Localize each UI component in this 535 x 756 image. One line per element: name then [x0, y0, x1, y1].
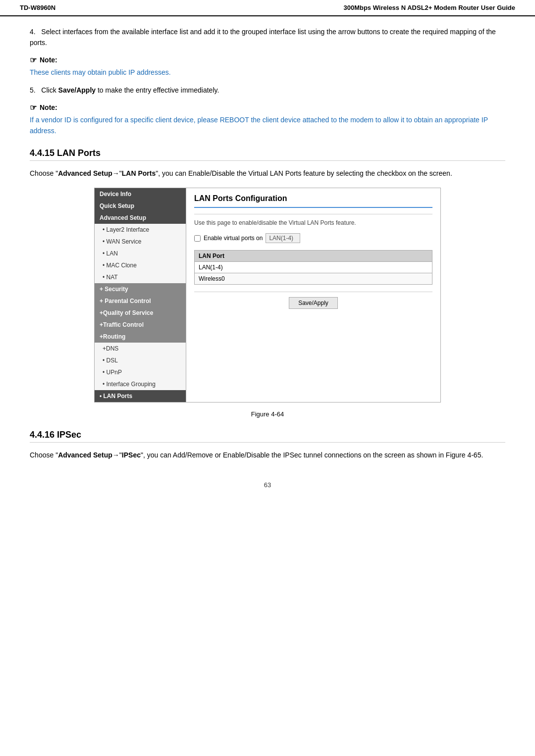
figure-caption: Figure 4-64 [30, 410, 505, 418]
sidebar-item-quick-setup[interactable]: Quick Setup [95, 200, 186, 212]
note2-label: Note: [40, 103, 57, 111]
section-445-heading: 4.4.15 LAN Ports [30, 148, 505, 161]
step-5: 5. Click Save/Apply to make the entry ef… [30, 85, 505, 96]
note1-text: These clients may obtain public IP addre… [30, 67, 505, 78]
sidebar-item-dsl[interactable]: • DSL [95, 354, 186, 366]
note-2: ☞ Note: If a vendor ID is configured for… [30, 103, 505, 137]
nav-sidebar: Device Info Quick Setup Advanced Setup •… [95, 188, 186, 402]
note2-icon: ☞ [30, 103, 37, 112]
enable-label: Enable virtual ports on [204, 235, 263, 242]
sidebar-item-mac-clone[interactable]: • MAC Clone [95, 259, 186, 271]
sidebar-item-layer2[interactable]: • Layer2 Interface [95, 224, 186, 236]
sidebar-item-routing[interactable]: +Routing [95, 331, 186, 343]
page-footer: 63 [0, 481, 535, 499]
page-number: 63 [264, 481, 271, 489]
enable-row: Enable virtual ports on LAN(1-4) [194, 233, 432, 243]
panel-description: Use this page to enable/disable the Virt… [194, 214, 432, 226]
lan-table-header: LAN Port [195, 251, 432, 262]
note1-icon: ☞ [30, 55, 37, 65]
step5-bold: Save/Apply [58, 86, 96, 94]
table-row: LAN(1-4) [195, 262, 432, 273]
enable-input[interactable]: LAN(1-4) [266, 233, 300, 243]
step5-suffix: to make the entry effective immediately. [96, 86, 219, 94]
note1-label: Note: [40, 56, 57, 64]
page-header: TD-W8960N 300Mbps Wireless N ADSL2+ Mode… [0, 0, 535, 16]
sidebar-item-traffic-control[interactable]: +Traffic Control [95, 319, 186, 331]
figure-445: Device Info Quick Setup Advanced Setup •… [94, 188, 441, 403]
step-4: 4. Select interfaces from the available … [30, 26, 505, 49]
note2-text: If a vendor ID is configured for a speci… [30, 114, 505, 137]
sidebar-item-dns[interactable]: +DNS [95, 343, 186, 354]
panel-title: LAN Ports Configuration [194, 194, 432, 208]
main-content: 4. Select interfaces from the available … [0, 26, 535, 461]
body-bold2: LAN Ports [122, 169, 156, 177]
save-apply-button[interactable]: Save/Apply [289, 297, 338, 309]
model-name: TD-W8960N [20, 4, 55, 11]
panel-main: LAN Ports Configuration Use this page to… [186, 188, 440, 402]
section-446-title: 4.4.16 IPSec [30, 430, 81, 440]
save-btn-row: Save/Apply [194, 292, 432, 309]
sidebar-item-security[interactable]: + Security [95, 283, 186, 295]
enable-checkbox[interactable] [194, 235, 201, 242]
446-bold1: Advanced Setup [58, 451, 112, 459]
note-1: ☞ Note: These clients may obtain public … [30, 55, 505, 78]
body-bold1: Advanced Setup [58, 169, 112, 177]
sidebar-item-device-info[interactable]: Device Info [95, 188, 186, 200]
section-445-body: Choose "Advanced Setup→"LAN Ports", you … [30, 168, 505, 180]
sidebar-item-parental-control[interactable]: + Parental Control [95, 295, 186, 307]
sidebar-item-lan[interactable]: • LAN [95, 248, 186, 259]
section-445-title: 4.4.15 LAN Ports [30, 148, 101, 158]
sidebar-item-upnp[interactable]: • UPnP [95, 366, 186, 378]
446-bold2: IPSec [122, 451, 141, 459]
step5-prefix: Click [41, 86, 58, 94]
guide-title: 300Mbps Wireless N ADSL2+ Modem Router U… [343, 4, 515, 11]
lan-row-2: Wireless0 [195, 273, 432, 285]
lan-row-1: LAN(1-4) [195, 262, 432, 273]
step-4-text: Select interfaces from the available int… [30, 28, 496, 47]
sidebar-item-lan-ports[interactable]: • LAN Ports [95, 390, 186, 402]
table-row: Wireless0 [195, 273, 432, 285]
sidebar-item-interface-grouping[interactable]: • Interface Grouping [95, 378, 186, 390]
sidebar-item-nat[interactable]: • NAT [95, 271, 186, 283]
sidebar-item-advanced-setup[interactable]: Advanced Setup [95, 212, 186, 224]
section-446-heading: 4.4.16 IPSec [30, 430, 505, 443]
section-446-body: Choose "Advanced Setup→"IPSec", you can … [30, 450, 505, 461]
sidebar-item-wan-service[interactable]: • WAN Service [95, 236, 186, 248]
lan-table: LAN Port LAN(1-4) Wireless0 [194, 250, 432, 285]
sidebar-item-qos[interactable]: +Quality of Service [95, 307, 186, 319]
